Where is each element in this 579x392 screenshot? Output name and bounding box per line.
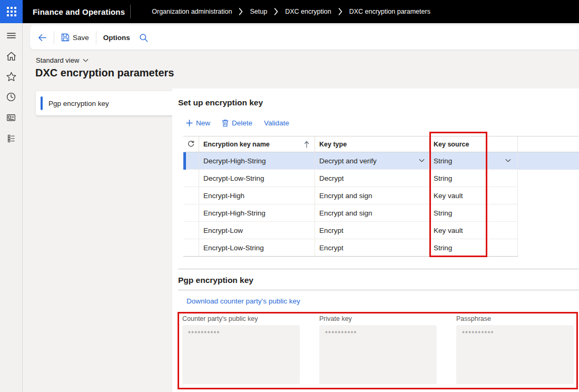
tab-pgp-encryption-key[interactable]: Pgp encryption key xyxy=(36,91,174,115)
save-button[interactable]: Save xyxy=(61,33,89,42)
column-header-key-source[interactable]: Key source xyxy=(429,136,518,152)
table-row[interactable]: Encrypt-Low-String Encrypt String xyxy=(183,239,579,257)
cell-encryption-key-name[interactable]: Decrypt-High-String xyxy=(199,152,315,169)
cell-encryption-key-name[interactable]: Encrypt-Low-String xyxy=(199,239,315,256)
active-tab-indicator xyxy=(41,96,43,110)
home-button[interactable] xyxy=(4,50,18,62)
field-label: Passphrase xyxy=(456,315,574,322)
clock-icon xyxy=(6,92,16,102)
breadcrumb-item-dxc-encryption-parameters[interactable]: DXC encryption parameters xyxy=(349,8,430,15)
cell-key-source[interactable]: Key vault xyxy=(429,222,518,239)
workspaces-button[interactable] xyxy=(4,112,18,123)
options-button[interactable]: Options xyxy=(103,34,130,42)
save-label: Save xyxy=(73,34,89,42)
cell-encryption-key-name[interactable]: Encrypt-High xyxy=(199,187,315,204)
breadcrumb-item-setup[interactable]: Setup xyxy=(250,8,267,15)
column-header-encryption-key-name[interactable]: Encryption key name xyxy=(199,136,315,152)
key-type-dropdown-icon[interactable] xyxy=(419,159,425,163)
top-bar: Finance and Operations Organization admi… xyxy=(0,0,579,23)
grid-header-filler xyxy=(518,136,579,152)
row-filler xyxy=(518,187,579,204)
breadcrumb: Organization administration Setup DXC en… xyxy=(152,8,430,15)
row-selector-cell[interactable] xyxy=(183,239,199,256)
cell-encryption-key-name[interactable]: Decrypt-Low-String xyxy=(199,170,315,187)
field-passphrase: Passphrase ********** xyxy=(456,315,574,384)
back-button[interactable] xyxy=(37,33,47,43)
table-row[interactable]: Decrypt-Low-String Decrypt String xyxy=(183,170,579,187)
view-selector[interactable]: Standard view xyxy=(36,56,89,64)
toolbar-divider xyxy=(54,31,54,44)
cell-key-type[interactable]: Decrypt and verify xyxy=(315,152,429,169)
favorites-button[interactable] xyxy=(4,71,18,82)
breadcrumb-item-organization-administration[interactable]: Organization administration xyxy=(152,8,232,15)
app-window: Finance and Operations Organization admi… xyxy=(0,0,579,392)
grid-action-strip: New Delete Validate xyxy=(186,119,289,127)
table-row[interactable]: Encrypt-Low Encrypt Key vault xyxy=(183,222,579,239)
cell-key-type[interactable]: Encrypt xyxy=(315,239,429,256)
modules-button[interactable] xyxy=(4,132,18,144)
row-selector-cell[interactable] xyxy=(183,152,199,169)
column-header-key-type[interactable]: Key type xyxy=(315,136,429,152)
cell-encryption-key-name[interactable]: Encrypt-High-String xyxy=(199,204,315,221)
cell-key-type[interactable]: Encrypt and sign xyxy=(315,204,429,221)
view-selector-label: Standard view xyxy=(36,56,79,64)
app-launcher-button[interactable] xyxy=(0,0,23,23)
sort-ascending-icon xyxy=(304,141,309,148)
private-key-textarea[interactable]: ********** xyxy=(319,325,437,384)
cell-key-source[interactable]: String xyxy=(429,239,518,256)
cell-key-source[interactable]: String xyxy=(429,204,518,221)
save-icon xyxy=(61,33,70,42)
key-source-dropdown-icon[interactable] xyxy=(505,159,511,163)
form-panel: Set up encryption key New Delete Validat… xyxy=(172,89,579,392)
field-private-key: Private key ********** xyxy=(319,315,437,384)
row-filler xyxy=(518,239,579,257)
delete-label: Delete xyxy=(232,119,252,127)
row-selector-cell[interactable] xyxy=(183,187,199,204)
trash-icon xyxy=(222,119,229,127)
breadcrumb-item-dxc-encryption[interactable]: DXC encryption xyxy=(285,8,331,15)
refresh-button[interactable] xyxy=(183,136,199,152)
refresh-icon xyxy=(187,140,195,148)
waffle-icon xyxy=(7,7,16,16)
delete-button[interactable]: Delete xyxy=(222,119,252,127)
table-row[interactable]: Encrypt-High-String Encrypt and sign Str… xyxy=(183,204,579,222)
cell-key-source[interactable]: Key vault xyxy=(429,187,518,204)
table-row[interactable]: Decrypt-High-String Decrypt and verify S… xyxy=(183,152,579,170)
app-title[interactable]: Finance and Operations xyxy=(33,7,125,16)
hamburger-icon xyxy=(6,30,17,41)
hamburger-menu-button[interactable] xyxy=(4,30,18,41)
validate-label: Validate xyxy=(264,119,289,127)
plus-icon xyxy=(186,120,193,126)
row-selector-cell[interactable] xyxy=(183,170,199,187)
page-title: DXC encryption parameters xyxy=(35,67,174,79)
search-icon xyxy=(139,33,148,42)
row-selector-cell[interactable] xyxy=(183,222,199,239)
cell-key-source[interactable]: String xyxy=(429,170,518,187)
cell-encryption-key-name[interactable]: Encrypt-Low xyxy=(199,222,315,239)
row-selector-cell[interactable] xyxy=(183,204,199,221)
download-public-key-link[interactable]: Download counter party's public key xyxy=(187,297,300,305)
counter-party-public-key-textarea[interactable]: ********** xyxy=(182,325,300,384)
tab-label: Pgp encryption key xyxy=(48,100,109,107)
search-button[interactable] xyxy=(139,33,148,42)
chevron-down-icon xyxy=(83,58,89,63)
home-icon xyxy=(6,51,17,62)
modules-list-icon xyxy=(6,133,16,143)
cell-key-type[interactable]: Encrypt xyxy=(315,222,429,239)
passphrase-textarea[interactable]: ********** xyxy=(456,325,574,384)
new-button[interactable]: New xyxy=(186,119,210,127)
cell-key-type[interactable]: Encrypt and sign xyxy=(315,187,429,204)
topbar-divider xyxy=(130,5,131,18)
cell-key-source[interactable]: String xyxy=(429,152,518,169)
validate-button[interactable]: Validate xyxy=(264,119,289,127)
row-filler xyxy=(518,152,579,170)
cell-key-type[interactable]: Decrypt xyxy=(315,170,429,187)
chevron-right-icon xyxy=(274,8,278,15)
chevron-right-icon xyxy=(239,8,243,15)
encryption-keys-grid: Encryption key name Key type Key source xyxy=(183,136,579,257)
table-row[interactable]: Encrypt-High Encrypt and sign Key vault xyxy=(183,187,579,204)
grid-header-row: Encryption key name Key type Key source xyxy=(183,136,579,152)
recent-button[interactable] xyxy=(4,91,18,103)
row-filler xyxy=(518,170,579,187)
star-icon xyxy=(6,71,17,82)
